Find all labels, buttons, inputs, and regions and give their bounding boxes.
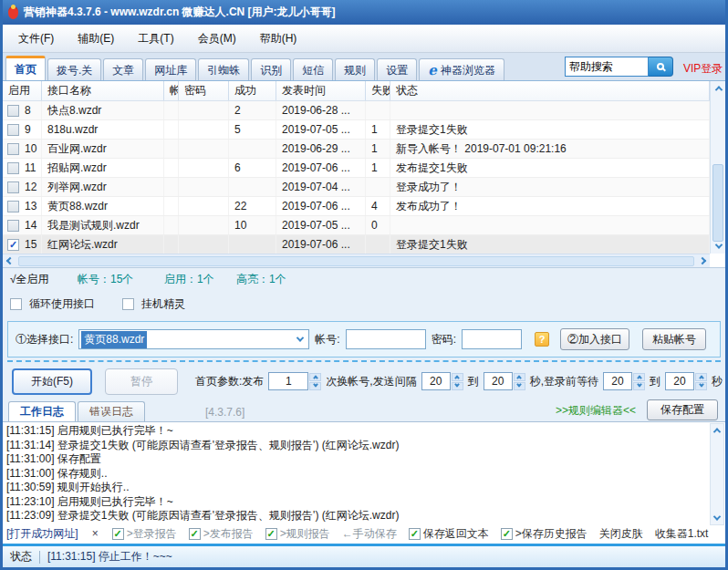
login-report-checkbox[interactable]: >登录报告 xyxy=(112,526,177,542)
vip-login-link[interactable]: VIP登录 xyxy=(683,61,723,77)
column-header-0[interactable]: 启用 xyxy=(3,81,42,100)
column-header-3[interactable]: 密码 xyxy=(179,81,229,100)
tab-spider[interactable]: 引蜘蛛 xyxy=(198,58,249,80)
search-input[interactable] xyxy=(565,57,649,77)
search-box xyxy=(565,57,673,77)
menu-item-file[interactable]: 文件(F) xyxy=(15,29,57,48)
log-vertical-scrollbar[interactable] xyxy=(710,423,724,525)
tab-settings[interactable]: 设置 xyxy=(377,58,417,80)
spinner-down-icon[interactable] xyxy=(514,382,525,390)
scroll-thumb-horizontal[interactable] xyxy=(18,256,694,266)
checkbox-label: >登录报告 xyxy=(127,526,177,542)
close-skin-link[interactable]: 关闭皮肤 xyxy=(599,526,643,542)
menu-item-help[interactable]: 帮助(H) xyxy=(256,29,301,48)
spinner-value[interactable]: 20 xyxy=(484,372,513,390)
table-vertical-scrollbar[interactable] xyxy=(710,81,725,254)
table-row[interactable]: 13黄页88.wzdr222019-07-06 ...4发布成功了！ xyxy=(3,197,710,216)
join-interface-button[interactable]: ②加入接口 xyxy=(560,328,629,350)
spinner-up-icon[interactable] xyxy=(695,373,707,381)
summary-row: √全启用 帐号：15个 启用：1个 高亮：1个 xyxy=(3,268,725,290)
spinner-down-icon[interactable] xyxy=(633,382,645,390)
spinner-value[interactable]: 20 xyxy=(421,372,451,390)
tab-dial[interactable]: 拨号.关 xyxy=(47,58,101,80)
row-enable-checkbox[interactable] xyxy=(7,181,19,193)
tab-rule[interactable]: 规则 xyxy=(335,58,375,80)
table-row[interactable]: 8快点8.wzdr22019-06-28 ... xyxy=(3,101,710,120)
spinner-down-icon[interactable] xyxy=(309,382,321,390)
row-enable-checkbox[interactable] xyxy=(7,105,19,117)
spinner-down-icon[interactable] xyxy=(452,382,463,390)
save-config-button[interactable]: 保存配置 xyxy=(647,399,718,420)
column-header-7[interactable]: 状态 xyxy=(390,81,710,100)
search-button[interactable] xyxy=(649,57,673,77)
table-row[interactable]: 12列举网.wzdr2019-07-04 ...登录成功了！ xyxy=(3,178,710,197)
row-enable-checkbox[interactable] xyxy=(7,124,19,136)
rule-editor-link[interactable]: >>规则编辑器<< xyxy=(556,403,636,419)
tab-url-library[interactable]: 网址库 xyxy=(145,58,196,80)
log-scroll-up-icon[interactable] xyxy=(711,424,723,437)
password-input[interactable] xyxy=(462,329,522,349)
table-horizontal-scrollbar[interactable] xyxy=(3,254,710,267)
log-scroll-down-icon[interactable] xyxy=(711,512,723,524)
loop-interface-checkbox[interactable] xyxy=(10,298,22,310)
table-row[interactable]: 10百业网.wzdr2019-06-29 ...1新导入帐号！ 2019-07-… xyxy=(3,140,710,159)
menu-item-member[interactable]: 会员(M) xyxy=(194,29,240,48)
column-header-1[interactable]: 接口名称 xyxy=(42,81,164,100)
tab-browser[interactable]: e神器浏览器 xyxy=(419,58,504,80)
tab-work-log[interactable]: 工作日志 xyxy=(8,401,76,421)
scroll-up-icon[interactable] xyxy=(711,81,726,96)
tab-identify[interactable]: 识别 xyxy=(251,58,291,80)
scroll-right-icon[interactable] xyxy=(695,254,710,268)
column-header-2[interactable]: 帐 xyxy=(164,81,179,100)
column-header-5[interactable]: 发表时间 xyxy=(276,81,366,100)
tab-error-log[interactable]: 错误日志 xyxy=(78,401,145,421)
cell-time: 2019-07-06 ... xyxy=(276,159,366,177)
column-header-4[interactable]: 成功 xyxy=(229,81,276,100)
tab-article[interactable]: 文章 xyxy=(103,58,143,80)
interface-dropdown[interactable]: 黄页88.wzdr xyxy=(78,329,309,349)
row-enable-checkbox[interactable] xyxy=(7,162,19,174)
scroll-down-icon[interactable] xyxy=(711,239,726,254)
spinner-down-icon[interactable] xyxy=(695,382,707,390)
paste-account-button[interactable]: 粘贴帐号 xyxy=(642,328,706,350)
help-icon[interactable]: ? xyxy=(535,332,549,347)
scroll-thumb[interactable] xyxy=(712,164,723,242)
table-row[interactable]: 14我是测试规则.wzdr102019-07-05 ...0 xyxy=(3,216,710,235)
menu-item-assist[interactable]: 辅助(E) xyxy=(74,29,118,48)
save-return-text-checkbox[interactable]: 保存返回文本 xyxy=(409,526,489,542)
row-enable-checkbox[interactable] xyxy=(7,220,19,232)
pause-button[interactable]: 暂停 xyxy=(105,368,178,395)
collector-file-link[interactable]: 收集器1.txt xyxy=(655,526,709,542)
tab-home[interactable]: 首页 xyxy=(5,56,46,80)
row-enable-checkbox[interactable] xyxy=(7,201,19,212)
status-bar: 状态 [11:31:15] 停止工作！~~~ xyxy=(3,546,725,567)
tab-sms[interactable]: 短信 xyxy=(293,58,333,80)
log-line: [11:31:14] 登录提交1失败 (可能原因请查看'登录报告、规则报告') … xyxy=(6,439,707,453)
spinner-value[interactable]: 20 xyxy=(603,372,632,390)
table-row[interactable]: 9818u.wzdr52019-07-05 ...1登录提交1失败 xyxy=(3,120,710,140)
tab-label: 规则 xyxy=(344,60,366,80)
hangup-genie-checkbox[interactable] xyxy=(122,298,134,310)
row-enable-checkbox[interactable] xyxy=(7,143,19,155)
spinner-value[interactable]: 20 xyxy=(665,372,694,390)
start-button[interactable]: 开始(F5) xyxy=(12,368,92,395)
table-header: 启用接口名称帐密码成功发表时间失败状态 xyxy=(3,81,710,101)
menu-item-tools[interactable]: 工具(T) xyxy=(134,29,177,48)
spinner-up-icon[interactable] xyxy=(309,373,321,381)
account-input[interactable] xyxy=(346,329,426,349)
spinner-value[interactable]: 1 xyxy=(268,372,308,390)
table-row[interactable]: 15红网论坛.wzdr2019-07-06 ...登录提交1失败 xyxy=(3,235,710,254)
spinner-up-icon[interactable] xyxy=(452,373,463,381)
open-success-urls-link[interactable]: [打开成功网址] xyxy=(6,526,78,542)
row-enable-checkbox[interactable] xyxy=(7,239,19,251)
all-enable-toggle[interactable]: √全启用 xyxy=(10,272,78,287)
spinner-up-icon[interactable] xyxy=(633,373,645,381)
table-row[interactable]: 11招贴网.wzdr62019-07-06 ...1发布提交1失败 xyxy=(3,159,710,178)
save-history-report-checkbox[interactable]: >保存历史报告 xyxy=(501,526,588,542)
column-header-6[interactable]: 失败 xyxy=(366,81,390,100)
publish-report-checkbox[interactable]: >发布报告 xyxy=(189,526,254,542)
rule-report-checkbox[interactable]: >规则报告 xyxy=(265,526,330,542)
spinner-up-icon[interactable] xyxy=(514,373,525,381)
scroll-left-icon[interactable] xyxy=(3,254,17,268)
clear-log-button[interactable]: × xyxy=(90,527,100,540)
